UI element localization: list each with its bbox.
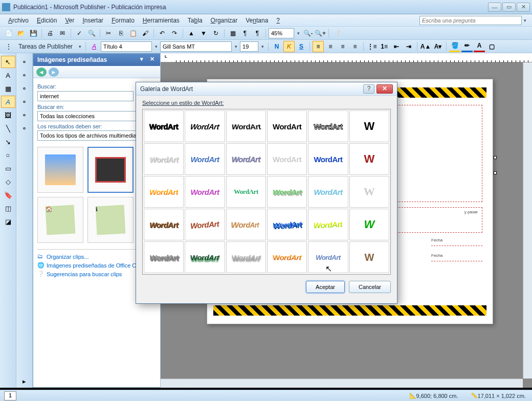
align-left-button[interactable]: ≡ [313, 41, 324, 52]
fecha-line-2[interactable]: Fecha [431, 253, 482, 261]
tasks-link[interactable]: Tareas de Publisher [15, 43, 76, 50]
send-back-icon[interactable]: ▼ [198, 28, 209, 39]
print-icon[interactable]: 🖨 [45, 28, 56, 39]
wordart-style-24[interactable]: W [349, 209, 389, 240]
redo-icon[interactable]: ↷ [169, 28, 180, 39]
design-gallery-tool[interactable]: ◫ [1, 202, 15, 214]
wordart-style-28[interactable]: WordArt [267, 241, 307, 273]
bring-front-icon[interactable]: ▲ [186, 28, 197, 39]
wordart-style-2[interactable]: WordArt [185, 110, 225, 142]
zoom-in-icon[interactable]: 🔍+ [315, 28, 326, 39]
special-chars-icon[interactable]: ¶ [252, 28, 263, 39]
wordart-style-30[interactable]: W [349, 241, 389, 273]
open-icon[interactable]: 📂 [15, 28, 27, 39]
align-justify-button[interactable]: ≡ [349, 41, 361, 52]
help-search-input[interactable] [419, 16, 522, 25]
item-tool[interactable]: ◪ [1, 215, 15, 228]
wordart-style-10[interactable]: WordArt [267, 143, 307, 175]
clipart-thumb-1[interactable] [37, 147, 83, 193]
menu-ventana[interactable]: Ventana [241, 16, 272, 25]
table-tool[interactable]: ▦ [1, 82, 15, 95]
bullets-button[interactable]: ⋮≡ [366, 41, 378, 52]
fontsize-dropdown[interactable]: ▾ [259, 44, 265, 49]
handle-1[interactable] [494, 156, 497, 159]
dialog-close-button[interactable]: ✕ [376, 84, 393, 94]
italic-button[interactable]: K [283, 41, 295, 52]
wordart-style-23[interactable]: WordArt [308, 209, 348, 240]
align-center-button[interactable]: ≡ [325, 41, 336, 52]
rectangle-tool[interactable]: ▭ [1, 162, 15, 174]
handle-2[interactable] [494, 171, 497, 174]
wordart-style-1[interactable]: WordArt [144, 110, 184, 142]
wordart-style-20[interactable]: WordArt [185, 209, 225, 240]
paragraph-icon[interactable]: ¶ [239, 28, 251, 39]
font-color-button[interactable]: A [474, 41, 485, 52]
wordart-style-4[interactable]: WordArt [267, 110, 307, 142]
connect-tool-5[interactable]: ⚬ [17, 109, 32, 121]
clipart-thumb-3[interactable]: 🏠 [37, 197, 83, 243]
bookmark-tool[interactable]: 🔖 [1, 189, 15, 201]
taskpane-close[interactable]: ✕ [148, 56, 156, 64]
format-painter-icon[interactable]: 🖌 [140, 28, 151, 39]
vertical-scrollbar[interactable] [523, 62, 532, 378]
nav-back-button[interactable]: ◄ [36, 68, 47, 77]
wordart-style-12[interactable]: W [349, 143, 389, 175]
wordart-style-26[interactable]: WordArt [185, 241, 225, 273]
menu-formato[interactable]: Formato [107, 16, 139, 25]
textbox-tool[interactable]: A [1, 69, 15, 81]
dialog-titlebar[interactable]: Galería de WordArt ? ✕ [136, 82, 397, 96]
underline-button[interactable]: S [296, 41, 307, 52]
nav-forward-button[interactable]: ► [49, 68, 59, 77]
search-input[interactable] [37, 91, 134, 101]
numbering-button[interactable]: 1≡ [379, 41, 390, 52]
wordart-tool[interactable]: A [1, 96, 15, 108]
select-tool[interactable]: ↖ [1, 56, 15, 68]
autoshapes-tool[interactable]: ◇ [1, 175, 15, 188]
wordart-style-22[interactable]: WordArt [267, 209, 307, 240]
wordart-style-27[interactable]: WordArt [226, 241, 266, 273]
wordart-style-7[interactable]: WordArt [144, 143, 184, 175]
tasks-dropdown[interactable]: ▾ [77, 44, 83, 49]
picture-tool[interactable]: 🖼 [1, 109, 15, 121]
wordart-style-13[interactable]: WordArt [144, 176, 184, 208]
minimize-button[interactable]: — [488, 3, 501, 12]
columns-icon[interactable]: ▦ [227, 28, 238, 39]
expand-icon[interactable]: ▸ [17, 375, 32, 387]
connect-tool-6[interactable]: ⚬ [17, 122, 32, 135]
bold-button[interactable]: N [271, 41, 282, 52]
connect-tool-1[interactable]: ⚬ [17, 56, 32, 68]
wordart-style-14[interactable]: WordArt [185, 176, 225, 208]
horizontal-scrollbar[interactable] [161, 378, 523, 388]
dialog-help-button[interactable]: ? [363, 84, 374, 94]
menu-tabla[interactable]: Tabla [184, 16, 207, 25]
wordart-style-3[interactable]: WordArt [226, 110, 266, 142]
maximize-button[interactable]: ▭ [502, 3, 516, 12]
save-icon[interactable]: 💾 [28, 28, 39, 39]
wordart-style-25[interactable]: WordArt [144, 241, 184, 273]
font-dropdown[interactable]: ▾ [233, 44, 239, 49]
wordart-style-5[interactable]: WordArt [308, 110, 348, 142]
fontsize-combo[interactable]: 19 [240, 41, 258, 52]
help-search-dropdown[interactable]: ▾ [522, 18, 528, 23]
font-combo[interactable]: Gill Sans MT [160, 41, 232, 52]
wordart-style-21[interactable]: WordArt [226, 209, 266, 240]
help-icon[interactable]: ❔ [331, 28, 343, 39]
fill-color-button[interactable]: 🪣 [449, 41, 460, 52]
connect-tool-3[interactable]: ⚬ [17, 82, 32, 95]
spellcheck-icon[interactable]: ✓ [74, 28, 85, 39]
font-shrink-button[interactable]: A▾ [432, 41, 444, 52]
copy-icon[interactable]: ⎘ [115, 28, 126, 39]
menu-ver[interactable]: Ver [61, 16, 78, 25]
align-right-button[interactable]: ≡ [337, 41, 348, 52]
font-grow-button[interactable]: A▲ [420, 41, 431, 52]
clipart-thumb-4[interactable]: ℹ [87, 197, 134, 243]
wordart-style-9[interactable]: WordArt [226, 143, 266, 175]
menu-organizar[interactable]: Organizar [207, 16, 242, 25]
clipart-thumb-2[interactable] [87, 147, 134, 193]
wordart-style-6[interactable]: W [349, 110, 389, 142]
increase-indent-button[interactable]: ⇥ [403, 41, 414, 52]
zoom-out-icon[interactable]: 🔍- [302, 28, 314, 39]
styles-icon[interactable]: A [88, 41, 100, 52]
menu-edicion[interactable]: Edición [33, 16, 61, 25]
connect-tool-4[interactable]: ⚬ [17, 96, 32, 108]
